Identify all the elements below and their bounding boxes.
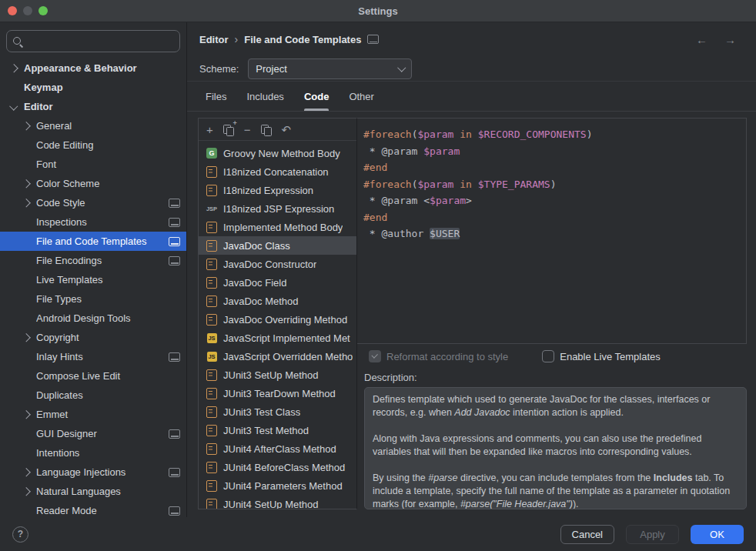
template-list: GGroovy New Method BodyI18nized Concaten…	[199, 141, 356, 509]
monitor-icon	[169, 468, 180, 477]
sidebar-item-general[interactable]: General	[0, 116, 186, 135]
list-item-junit4-setup-method[interactable]: JUnit4 SetUp Method	[199, 495, 356, 509]
sidebar-item-label: Android Design Tools	[36, 312, 180, 324]
breadcrumb-item-editor[interactable]: Editor	[199, 34, 229, 45]
tab-code[interactable]: Code	[304, 82, 329, 111]
sidebar-item-live-templates[interactable]: Live Templates	[0, 270, 186, 289]
sidebar-item-color-scheme[interactable]: Color Scheme	[0, 174, 186, 193]
template-list-panel: ++−↶ GGroovy New Method BodyI18nized Con…	[198, 118, 357, 509]
code-editor[interactable]: #foreach($param in $RECORD_COMPONENTS) *…	[357, 118, 747, 344]
cancel-button[interactable]: Cancel	[560, 525, 614, 544]
sidebar-item-label: Appearance & Behavior	[24, 62, 180, 74]
list-item-junit3-test-class[interactable]: JUnit3 Test Class	[199, 402, 356, 421]
list-item-label: JUnit3 Test Method	[223, 425, 309, 436]
title-bar: Settings	[0, 0, 756, 22]
sidebar-item-android-design-tools[interactable]: Android Design Tools	[0, 309, 186, 328]
tab-other[interactable]: Other	[349, 82, 374, 111]
sidebar-item-file-and-code-templates[interactable]: File and Code Templates	[0, 232, 186, 251]
code-line: #end	[363, 209, 746, 226]
jsp-icon: JSP	[206, 202, 218, 215]
list-item-i18nized-concatenation[interactable]: I18nized Concatenation	[199, 162, 356, 181]
sidebar-item-reader-mode[interactable]: Reader Mode	[0, 501, 186, 517]
chevron-right-icon[interactable]	[22, 123, 36, 129]
sidebar-item-file-types[interactable]: File Types	[0, 289, 186, 309]
window-title: Settings	[358, 5, 397, 17]
scheme-value: Project	[256, 63, 286, 75]
list-item-javascript-overridden-metho[interactable]: JSJavaScript Overridden Metho	[199, 347, 356, 366]
remove-icon[interactable]: −	[244, 124, 251, 135]
window-controls	[8, 6, 48, 15]
breadcrumb-item-current: File and Code Templates	[244, 34, 361, 45]
chevron-right-icon[interactable]	[22, 412, 36, 418]
monitor-icon	[169, 506, 180, 516]
sidebar-item-font[interactable]: Font	[0, 155, 186, 174]
sidebar-item-duplicates[interactable]: Duplicates	[0, 386, 186, 405]
copy-icon[interactable]	[261, 124, 272, 135]
reset-icon[interactable]: ↶	[282, 124, 292, 135]
sidebar-item-emmet[interactable]: Emmet	[0, 405, 186, 424]
chevron-right-icon[interactable]	[22, 489, 36, 495]
list-item-i18nized-expression[interactable]: I18nized Expression	[199, 181, 356, 199]
search-input[interactable]	[27, 35, 174, 48]
sidebar-item-code-editing[interactable]: Code Editing	[0, 135, 186, 155]
sidebar-item-inlay-hints[interactable]: Inlay Hints	[0, 347, 186, 366]
search-field[interactable]	[6, 30, 180, 52]
list-item-junit4-beforeclass-method[interactable]: JUnit4 BeforeClass Method	[199, 458, 356, 476]
list-item-junit3-teardown-method[interactable]: JUnit3 TearDown Method	[199, 384, 356, 402]
sidebar-item-appearance-behavior[interactable]: Appearance & Behavior	[0, 58, 186, 78]
list-item-javascript-implemented-met[interactable]: JSJavaScript Implemented Met	[199, 329, 356, 347]
list-item-javadoc-constructor[interactable]: JavaDoc Constructor	[199, 255, 356, 273]
list-item-javadoc-class[interactable]: JavaDoc Class	[199, 236, 356, 255]
list-item-i18nized-jsp-expression[interactable]: JSPI18nized JSP Expression	[199, 199, 356, 218]
list-item-junit4-afterclass-method[interactable]: JUnit4 AfterClass Method	[199, 439, 356, 458]
sidebar-item-gui-designer[interactable]: GUI Designer	[0, 424, 186, 443]
list-item-javadoc-method[interactable]: JavaDoc Method	[199, 292, 356, 310]
sidebar-item-keymap[interactable]: Keymap	[0, 78, 186, 97]
chevron-right-icon[interactable]	[22, 469, 36, 476]
sidebar-item-natural-languages[interactable]: Natural Languages	[0, 482, 186, 501]
sidebar-item-label: Inspections	[36, 216, 169, 228]
chevron-right-icon[interactable]	[22, 335, 36, 341]
list-item-groovy-new-method-body[interactable]: GGroovy New Method Body	[199, 144, 356, 162]
sidebar-item-label: Duplicates	[36, 389, 180, 401]
description-panel[interactable]: Defines template which used to generate …	[364, 387, 747, 509]
scheme-dropdown[interactable]: Project	[248, 58, 412, 79]
template-icon	[206, 479, 218, 492]
list-item-javadoc-field[interactable]: JavaDoc Field	[199, 273, 356, 292]
forward-icon[interactable]: →	[724, 33, 736, 46]
help-icon[interactable]: ?	[12, 526, 28, 543]
zoom-window-icon[interactable]	[38, 6, 48, 15]
list-item-junit3-setup-method[interactable]: JUnit3 SetUp Method	[199, 366, 356, 384]
list-item-junit3-test-method[interactable]: JUnit3 Test Method	[199, 421, 356, 439]
close-window-icon[interactable]	[8, 6, 17, 15]
template-detail: #foreach($param in $RECORD_COMPONENTS) *…	[357, 118, 747, 509]
apply-button[interactable]: Apply	[626, 525, 679, 544]
list-item-junit4-parameters-method[interactable]: JUnit4 Parameters Method	[199, 476, 356, 495]
list-item-implemented-method-body[interactable]: Implemented Method Body	[199, 218, 356, 236]
template-icon	[206, 239, 218, 252]
chevron-right-icon[interactable]	[22, 181, 36, 187]
chevron-down-icon[interactable]	[9, 105, 24, 109]
list-item-label: JUnit3 TearDown Method	[223, 388, 336, 399]
ok-button[interactable]: OK	[691, 525, 744, 544]
sidebar-item-inspections[interactable]: Inspections	[0, 212, 186, 232]
add-icon[interactable]: +	[206, 124, 213, 135]
chevron-right-icon[interactable]	[9, 65, 24, 72]
reformat-checkbox[interactable]: Reformat according to style	[369, 350, 508, 362]
tab-files[interactable]: Files	[206, 82, 226, 111]
sidebar-item-editor[interactable]: Editor	[0, 97, 186, 116]
list-item-javadoc-overriding-method[interactable]: JavaDoc Overriding Method	[199, 310, 356, 329]
sidebar-item-intentions[interactable]: Intentions	[0, 443, 186, 463]
add-template-icon[interactable]: +	[223, 124, 234, 135]
enable-live-templates-checkbox[interactable]: Enable Live Templates	[542, 350, 661, 362]
sidebar-item-compose-live-edit[interactable]: Compose Live Edit	[0, 366, 186, 386]
sidebar-item-copyright[interactable]: Copyright	[0, 328, 186, 347]
sidebar-item-label: Copyright	[36, 332, 180, 343]
back-icon[interactable]: ←	[696, 33, 707, 46]
tab-includes[interactable]: Includes	[246, 82, 283, 111]
sidebar-item-code-style[interactable]: Code Style	[0, 193, 186, 212]
chevron-right-icon[interactable]	[22, 200, 36, 206]
sidebar-item-language-injections[interactable]: Language Injections	[0, 463, 186, 482]
settings-tree: Appearance & BehaviorKeymapEditorGeneral…	[0, 58, 186, 517]
sidebar-item-file-encodings[interactable]: File Encodings	[0, 251, 186, 270]
